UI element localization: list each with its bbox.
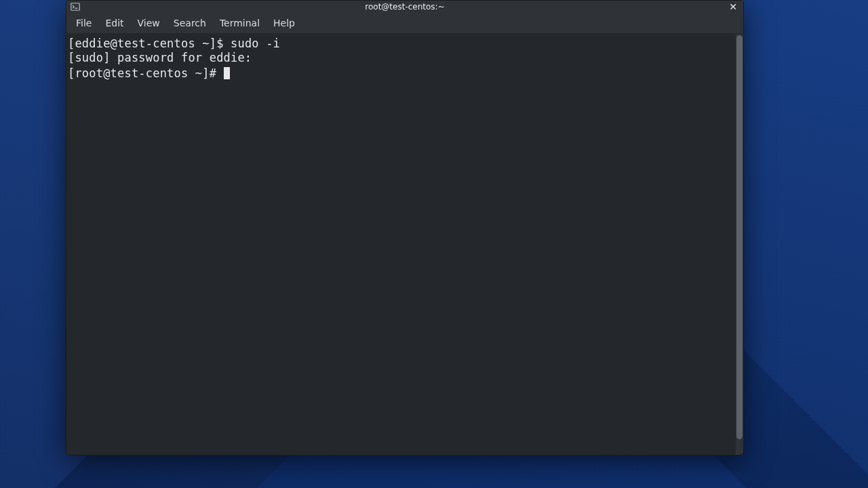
svg-rect-0: [71, 3, 79, 11]
menu-search[interactable]: Search: [167, 15, 213, 31]
window-title: root@test-centos:~: [66, 2, 743, 12]
menu-help[interactable]: Help: [267, 15, 302, 31]
window-controls: ✕: [727, 1, 739, 13]
menubar: File Edit View Search Terminal Help: [66, 13, 743, 34]
close-icon[interactable]: ✕: [727, 1, 739, 13]
terminal-line: [sudo] password for eddie:: [68, 51, 734, 65]
menu-terminal[interactable]: Terminal: [213, 15, 267, 31]
line-text: [sudo] password for eddie:: [68, 51, 252, 64]
titlebar[interactable]: root@test-centos:~ ✕: [66, 1, 743, 13]
prompt: [eddie@test-centos ~]$: [68, 37, 231, 50]
prompt: [root@test-centos ~]#: [68, 66, 224, 80]
terminal-line: [eddie@test-centos ~]$ sudo -i: [68, 37, 734, 51]
menu-file[interactable]: File: [69, 15, 98, 31]
menu-view[interactable]: View: [131, 15, 167, 31]
terminal-line: [root@test-centos ~]#: [68, 65, 734, 81]
terminal-icon: [71, 2, 80, 12]
terminal-output[interactable]: [eddie@test-centos ~]$ sudo -i[sudo] pas…: [66, 34, 736, 455]
terminal-area: [eddie@test-centos ~]$ sudo -i[sudo] pas…: [66, 34, 743, 455]
scrollbar[interactable]: [736, 34, 743, 455]
cursor: [224, 67, 230, 79]
desktop: root@test-centos:~ ✕ File Edit View Sear…: [0, 0, 868, 488]
terminal-window: root@test-centos:~ ✕ File Edit View Sear…: [66, 0, 744, 455]
menu-edit[interactable]: Edit: [98, 15, 130, 31]
line-text: sudo -i: [231, 37, 280, 50]
scrollbar-thumb[interactable]: [736, 35, 743, 439]
